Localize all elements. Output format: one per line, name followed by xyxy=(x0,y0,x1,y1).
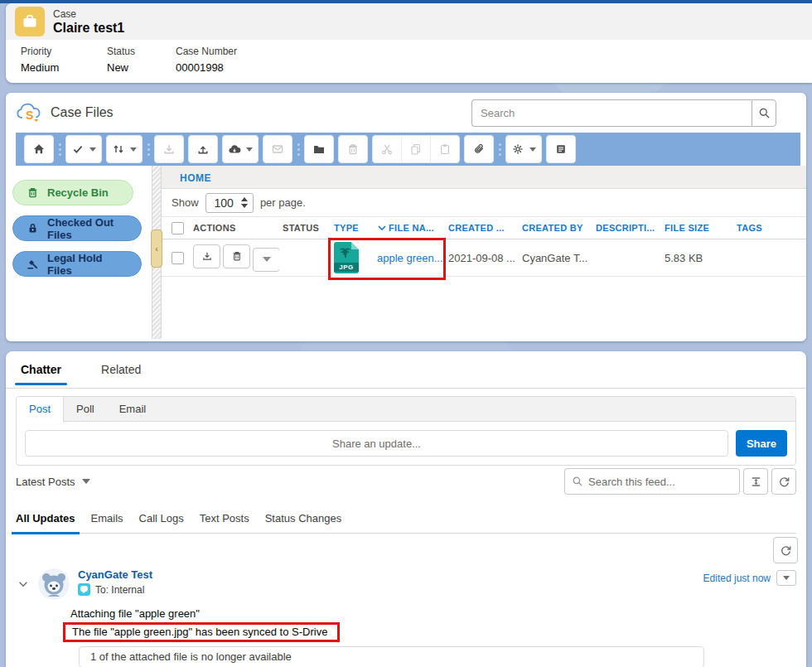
check-button[interactable] xyxy=(65,135,102,163)
cell-created-by: CyanGate T... xyxy=(519,239,592,277)
share-update-input[interactable] xyxy=(25,430,728,457)
post-actions-menu-button[interactable] xyxy=(776,570,796,586)
refresh-icon xyxy=(778,476,790,488)
tab-chatter[interactable]: Chatter xyxy=(21,363,61,376)
home-button[interactable] xyxy=(24,135,54,163)
upload-icon xyxy=(196,143,210,156)
page-size-spinner[interactable]: 100 xyxy=(205,193,254,213)
cloud-button[interactable] xyxy=(222,135,259,163)
row-checkbox[interactable] xyxy=(172,252,184,264)
tabs-divider xyxy=(6,388,806,389)
check-icon xyxy=(71,143,85,156)
search-icon xyxy=(572,476,583,487)
trash-button[interactable] xyxy=(338,135,368,163)
recycle-bin-button[interactable]: Recycle Bin xyxy=(12,180,133,205)
per-page-label: per page. xyxy=(260,196,306,209)
column-file-name[interactable]: FILE NA... xyxy=(374,217,445,239)
column-created-by[interactable]: CREATED BY xyxy=(519,217,592,239)
post-line-synced: The file "apple green.jpg" has been sync… xyxy=(63,622,340,642)
cell-file-size: 5.83 KB xyxy=(661,239,733,277)
cell-description xyxy=(592,239,661,277)
mail-icon xyxy=(271,143,284,156)
chevron-down-icon xyxy=(89,147,96,152)
cut-button[interactable] xyxy=(373,136,401,162)
share-button[interactable]: Share xyxy=(736,430,787,457)
checked-out-files-button[interactable]: Checked Out Files xyxy=(12,215,142,241)
file-name-link[interactable]: apple green... xyxy=(377,252,443,264)
paste-button[interactable] xyxy=(430,136,459,162)
post-time-block: Edited just now xyxy=(703,570,796,586)
toolbar-separator xyxy=(494,143,505,156)
jpg-file-icon[interactable]: JPG xyxy=(334,242,359,273)
legal-hold-files-button[interactable]: Legal Hold Files xyxy=(12,251,142,277)
lock-icon xyxy=(27,222,39,234)
download-button[interactable] xyxy=(154,135,184,163)
folder-icon xyxy=(312,143,326,156)
post-author-block: CyanGate Test To: Internal xyxy=(78,568,152,596)
filter-all-updates[interactable]: All Updates xyxy=(16,512,75,533)
files-search-input[interactable] xyxy=(471,99,752,127)
form-button[interactable] xyxy=(546,135,576,163)
filter-text-posts[interactable]: Text Posts xyxy=(200,512,249,533)
refresh-feed-button[interactable] xyxy=(773,537,798,563)
field-label: Status xyxy=(107,46,176,57)
column-created[interactable]: CREATED ... xyxy=(445,217,519,239)
splitter-collapse-handle[interactable]: ‹ xyxy=(151,230,162,268)
mail-button[interactable] xyxy=(263,135,292,163)
window-top-border xyxy=(0,0,812,3)
column-type[interactable]: TYPE xyxy=(331,217,374,239)
post-collapse-toggle[interactable] xyxy=(17,578,29,593)
files-search-button[interactable] xyxy=(752,99,776,127)
sort-button[interactable] xyxy=(106,135,143,163)
row-delete-button[interactable] xyxy=(223,244,250,268)
avatar[interactable] xyxy=(38,568,70,600)
decrement-icon[interactable] xyxy=(241,204,248,208)
select-all-checkbox[interactable] xyxy=(172,222,184,234)
filter-emails[interactable]: Emails xyxy=(91,512,123,533)
sidebar-item-label: Legal Hold Files xyxy=(47,252,129,277)
cut-copy-paste-button[interactable] xyxy=(372,135,460,163)
row-download-button[interactable] xyxy=(193,244,220,268)
chatter-panel: Chatter Related Post Poll Email Share La… xyxy=(6,351,806,667)
trash-icon xyxy=(346,143,360,156)
tab-email[interactable]: Email xyxy=(107,397,159,421)
copy-button[interactable] xyxy=(401,136,430,162)
case-icon xyxy=(15,7,45,36)
files-table: ACTIONS STATUS TYPE FILE NA... CREATED .… xyxy=(162,216,806,277)
increment-icon[interactable] xyxy=(241,197,248,201)
feed-refresh-button[interactable] xyxy=(771,468,796,495)
chevron-down-icon xyxy=(246,147,253,152)
post-author-link[interactable]: CyanGate Test xyxy=(78,568,152,581)
tab-poll[interactable]: Poll xyxy=(64,397,107,421)
sdrive-logo-icon: S xyxy=(16,103,42,123)
filter-status-changes[interactable]: Status Changes xyxy=(265,512,342,533)
breadcrumb-home-link[interactable]: HOME xyxy=(180,172,211,184)
upload-button[interactable] xyxy=(188,135,218,163)
panel-splitter[interactable]: ‹ xyxy=(152,166,162,339)
column-file-size[interactable]: FILE SIZE xyxy=(661,217,733,239)
folder-button[interactable] xyxy=(304,135,334,163)
column-description[interactable]: DESCRIPTI... xyxy=(592,217,661,239)
form-icon xyxy=(554,143,568,156)
case-files-panel: S Case Files xyxy=(6,93,806,341)
row-more-actions-button[interactable] xyxy=(253,248,279,272)
feed-sort-dropdown[interactable]: Latest Posts xyxy=(16,476,90,488)
post-line-attaching: Attaching file "apple green" xyxy=(70,607,796,620)
tab-related[interactable]: Related xyxy=(101,363,141,376)
salesforce-case-page: Case Claire test1 Priority Medium Status… xyxy=(0,0,812,667)
post-timestamp-link[interactable]: Edited just now xyxy=(703,573,771,584)
robot-avatar-icon xyxy=(38,568,70,600)
post-header: CyanGate Test To: Internal Edited just n… xyxy=(6,568,796,600)
files-table-header-row: ACTIONS STATUS TYPE FILE NA... CREATED .… xyxy=(162,217,806,239)
toolbar-separator xyxy=(54,143,65,156)
cloud-icon xyxy=(228,143,241,156)
tab-post[interactable]: Post xyxy=(17,397,64,423)
gear-button[interactable] xyxy=(505,135,542,163)
feed-search-input[interactable] xyxy=(588,476,732,488)
chevron-down-icon xyxy=(82,479,90,484)
column-tags[interactable]: TAGS xyxy=(733,217,806,239)
collapse-posts-button[interactable] xyxy=(743,468,768,495)
clip-button[interactable] xyxy=(464,135,494,163)
file-fold-corner xyxy=(351,242,359,249)
filter-call-logs[interactable]: Call Logs xyxy=(139,512,184,533)
